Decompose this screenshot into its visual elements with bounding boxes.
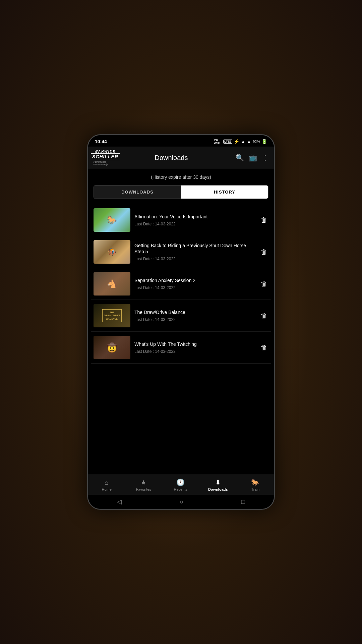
clock-icon: 🕐 — [176, 478, 185, 486]
logo-schiller: SCHILLER — [91, 153, 120, 160]
list-item[interactable]: Getting Back to Riding a Previously Shut… — [91, 236, 271, 268]
draw-drive-text: THEDRAW / DRIVEBALANCE — [102, 309, 122, 322]
tab-history[interactable]: HISTORY — [181, 185, 268, 199]
video-date: Last Date : 14-03-2022 — [134, 317, 255, 322]
content-area: (History expire after 30 days) DOWNLOADS… — [88, 169, 274, 474]
recents-button[interactable]: □ — [241, 498, 245, 505]
app-logo: WARWICK SCHILLER Performance Horsemanshi… — [94, 149, 117, 166]
tab-bar: DOWNLOADS HISTORY — [94, 185, 268, 199]
nav-recents-label: Recents — [174, 487, 187, 491]
bottom-nav: ⌂ Home ★ Favorites 🕐 Recents ⬇ Downloads… — [88, 474, 274, 495]
list-item[interactable]: Separation Anxiety Session 2 Last Date :… — [91, 268, 271, 300]
bluetooth-icon: ⚡ — [234, 139, 239, 144]
video-list: Affirmation: Your Voice Is Important Las… — [88, 204, 274, 474]
status-icons: VOWIFI LTE2 ⚡ ▲ ▲ 92% 🔋 — [213, 138, 267, 145]
video-thumbnail — [94, 272, 130, 296]
nav-downloads[interactable]: ⬇ Downloads — [204, 477, 232, 493]
header-title: Downloads — [110, 154, 232, 162]
video-title: What's Up With The Twitching — [134, 341, 255, 347]
nav-favorites-label: Favorites — [136, 487, 151, 491]
video-title: Separation Anxiety Session 2 — [134, 277, 255, 283]
nav-train-label: Train — [251, 487, 260, 491]
video-date: Last Date : 14-03-2022 — [134, 257, 255, 261]
nav-favorites[interactable]: ★ Favorites — [130, 477, 157, 493]
system-nav: ◁ ○ □ — [88, 495, 274, 509]
delete-button[interactable]: 🗑 — [259, 215, 268, 225]
list-item[interactable]: THEDRAW / DRIVEBALANCE The Draw/Drive Ba… — [91, 300, 271, 332]
search-icon[interactable]: 🔍 — [236, 154, 244, 162]
video-info: Getting Back to Riding a Previously Shut… — [134, 243, 255, 261]
app-header: WARWICK SCHILLER Performance Horsemanshi… — [88, 147, 274, 169]
horse-icon: 🐎 — [251, 478, 259, 486]
video-title: Affirmation: Your Voice Is Important — [134, 214, 255, 220]
nav-recents[interactable]: 🕐 Recents — [167, 477, 194, 493]
nav-home[interactable]: ⌂ Home — [93, 477, 120, 493]
video-date: Last Date : 14-03-2022 — [134, 285, 255, 290]
delete-button[interactable]: 🗑 — [259, 311, 268, 321]
logo-subtitle: Performance Horsemanship — [94, 161, 117, 165]
delete-button[interactable]: 🗑 — [259, 342, 268, 353]
battery-icon: 🔋 — [261, 139, 267, 144]
status-time: 10:44 — [95, 139, 107, 144]
vowifi-icon: VOWIFI — [213, 138, 221, 145]
status-bar: 10:44 VOWIFI LTE2 ⚡ ▲ ▲ 92% 🔋 — [88, 135, 274, 147]
back-button[interactable]: ◁ — [117, 498, 122, 505]
header-actions: 🔍 📺 ⋮ — [236, 154, 268, 162]
star-icon: ★ — [140, 478, 146, 486]
list-item[interactable]: What's Up With The Twitching Last Date :… — [91, 332, 271, 364]
delete-button[interactable]: 🗑 — [259, 247, 268, 257]
home-icon: ⌂ — [105, 479, 109, 486]
video-title: Getting Back to Riding a Previously Shut… — [134, 243, 255, 255]
video-thumbnail — [94, 208, 130, 232]
video-thumbnail: THEDRAW / DRIVEBALANCE — [94, 304, 130, 327]
nav-downloads-label: Downloads — [208, 487, 228, 491]
home-button[interactable]: ○ — [180, 498, 183, 505]
video-info: Affirmation: Your Voice Is Important Las… — [134, 214, 255, 226]
video-date: Last Date : 14-03-2022 — [134, 222, 255, 226]
video-info: The Draw/Drive Balance Last Date : 14-03… — [134, 309, 255, 322]
delete-button[interactable]: 🗑 — [259, 279, 268, 289]
download-icon: ⬇ — [215, 478, 221, 486]
nav-home-label: Home — [102, 487, 111, 491]
video-thumbnail — [94, 336, 130, 359]
video-info: Separation Anxiety Session 2 Last Date :… — [134, 277, 255, 290]
wifi-icon: ▲ — [241, 139, 245, 144]
list-item[interactable]: Affirmation: Your Voice Is Important Las… — [91, 204, 271, 236]
history-notice: (History expire after 30 days) — [88, 169, 274, 185]
video-thumbnail — [94, 240, 130, 264]
phone-frame: 10:44 VOWIFI LTE2 ⚡ ▲ ▲ 92% 🔋 WARWICK SC… — [87, 134, 275, 510]
more-options-icon[interactable]: ⋮ — [262, 154, 268, 162]
cast-icon[interactable]: 📺 — [249, 154, 257, 162]
battery-level: 92% — [253, 140, 260, 144]
tab-downloads[interactable]: DOWNLOADS — [94, 185, 181, 199]
logo-warwick: WARWICK — [95, 150, 116, 153]
volte2-icon: LTE2 — [223, 140, 232, 144]
signal-icon: ▲ — [247, 139, 251, 144]
nav-train[interactable]: 🐎 Train — [242, 477, 269, 493]
video-info: What's Up With The Twitching Last Date :… — [134, 341, 255, 354]
video-title: The Draw/Drive Balance — [134, 309, 255, 315]
video-date: Last Date : 14-03-2022 — [134, 349, 255, 354]
